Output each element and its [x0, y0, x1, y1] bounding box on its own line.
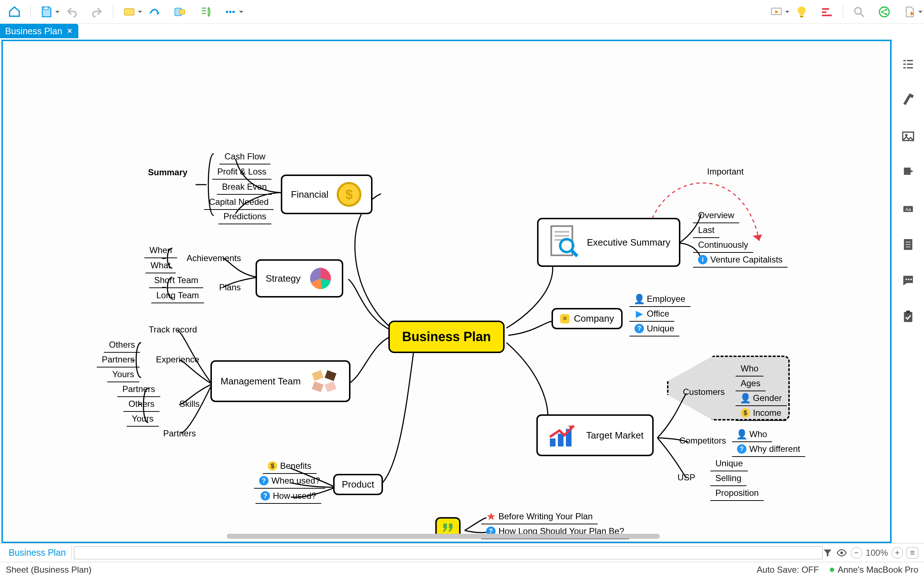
document-tab[interactable]: Business Plan × [0, 24, 78, 38]
group-competitors[interactable]: Competitors [674, 434, 731, 448]
horizontal-scrollbar[interactable] [227, 534, 660, 539]
group-track-record[interactable]: Track record [144, 323, 202, 337]
export-icon[interactable] [902, 5, 917, 19]
filter-icon[interactable] [822, 548, 833, 558]
canvas[interactable]: Business Plan Financial $ Summary Cash F… [2, 40, 892, 543]
leaf-usp-unique[interactable]: Unique [710, 457, 748, 471]
format-icon[interactable] [900, 92, 916, 108]
gantt-icon[interactable] [820, 5, 834, 19]
task-icon[interactable] [900, 309, 916, 324]
comments-icon[interactable] [900, 272, 916, 288]
node-financial[interactable]: Financial $ [281, 174, 373, 214]
leaf-comp-who[interactable]: 👤Who [732, 428, 772, 442]
node-target-market[interactable]: Target Market [536, 414, 654, 456]
group-plans[interactable]: Plans [214, 281, 246, 295]
leaf-mgmt-partners[interactable]: Partners [158, 427, 201, 441]
leaf-usp-proposition[interactable]: Proposition [710, 487, 764, 501]
status-dot-icon [830, 567, 834, 572]
leaf-before-writing[interactable]: ★Before Writing Your Plan [481, 510, 598, 524]
leaf-sk-others[interactable]: Others [123, 397, 160, 412]
leaf-break-even[interactable]: Break Even [217, 180, 272, 195]
leaf-exp-others[interactable]: Others [104, 338, 140, 353]
leaf-benefits[interactable]: $Benefits [263, 459, 317, 474]
group-customers[interactable]: Customers [678, 385, 730, 399]
leaf-when[interactable]: When [144, 244, 177, 258]
visibility-icon[interactable] [836, 548, 847, 558]
relationship-icon[interactable] [147, 5, 162, 19]
image-icon[interactable] [900, 128, 916, 144]
svg-rect-45 [904, 312, 912, 322]
zoom-fit-button[interactable]: ≡ [907, 547, 918, 559]
leaf-sk-partners[interactable]: Partners [117, 383, 160, 397]
undo-icon[interactable] [65, 5, 79, 19]
leaf-who[interactable]: Who [736, 362, 763, 377]
svg-point-47 [840, 551, 843, 554]
leaf-when-used[interactable]: ?When used? [254, 474, 325, 488]
group-skills[interactable]: Skills [174, 397, 205, 411]
node-strategy[interactable]: Strategy [255, 259, 343, 298]
sheet-name-input[interactable] [74, 546, 822, 559]
leaf-capital-needed[interactable]: Capital Needed [204, 195, 274, 210]
document-tab-label: Business Plan [5, 26, 62, 36]
search-icon[interactable] [852, 5, 866, 19]
svg-point-6 [233, 10, 235, 13]
redo-icon[interactable] [90, 5, 104, 19]
boundary-icon[interactable] [173, 5, 187, 19]
group-usp[interactable]: USP [672, 471, 700, 485]
svg-point-4 [226, 10, 228, 13]
leaf-short-team[interactable]: Short Team [149, 274, 203, 288]
leaf-employee[interactable]: 👤Employee [630, 292, 690, 307]
central-topic[interactable]: Business Plan [388, 321, 505, 353]
leaf-gender[interactable]: 👤Gender [736, 392, 787, 406]
leaf-income[interactable]: $Income [736, 406, 787, 421]
marker-icon[interactable] [900, 164, 916, 180]
new-topic-icon[interactable] [122, 5, 136, 19]
notes-icon[interactable] [900, 237, 916, 253]
leaf-continuously[interactable]: Continuously [693, 239, 753, 253]
share-icon[interactable] [877, 5, 892, 19]
leaf-cash-flow[interactable]: Cash Flow [220, 150, 270, 164]
summary-icon[interactable] [198, 5, 212, 19]
zoom-out-button[interactable]: − [851, 547, 862, 559]
leaf-how-used[interactable]: ?How used? [255, 489, 321, 504]
node-product[interactable]: Product [333, 474, 383, 495]
node-management[interactable]: Management Team [210, 360, 351, 402]
leaf-exp-partners[interactable]: Partners [97, 353, 140, 367]
text-icon[interactable]: Aa [900, 200, 916, 216]
leaf-why-diff[interactable]: ?Why different [732, 443, 805, 457]
node-target-market-label: Target Market [586, 430, 643, 441]
node-exec-summary[interactable]: Executive Summary [537, 218, 680, 267]
leaf-exp-yours[interactable]: Yours [107, 368, 139, 382]
leaf-office[interactable]: ▶Office [630, 307, 674, 322]
group-achievements[interactable]: Achievements [181, 252, 246, 266]
node-company[interactable]: ≡ Company [551, 308, 623, 329]
money-icon: $ [268, 461, 277, 471]
zoom-in-button[interactable]: + [892, 547, 903, 559]
leaf-overview[interactable]: Overview [693, 209, 739, 223]
outline-icon[interactable] [900, 56, 916, 72]
sheet-tab[interactable]: Business Plan [3, 545, 72, 561]
leaf-last[interactable]: Last [693, 224, 719, 238]
close-tab-icon[interactable]: × [67, 26, 72, 36]
quote-icon [442, 522, 454, 533]
leaf-ages[interactable]: Ages [736, 377, 766, 391]
brainstorm-icon[interactable] [795, 5, 809, 19]
save-icon[interactable] [39, 5, 54, 19]
node-strategy-label: Strategy [266, 273, 300, 284]
svg-rect-1 [124, 9, 134, 15]
sheet-bar: Business Plan − 100% + ≡ [0, 543, 924, 562]
leaf-profit-loss[interactable]: Profit & Loss [212, 165, 271, 180]
leaf-sk-yours[interactable]: Yours [127, 412, 159, 427]
leaf-long-team[interactable]: Long Team [151, 289, 204, 303]
presentation-icon[interactable] [769, 5, 783, 19]
leaf-usp-selling[interactable]: Selling [710, 472, 746, 486]
growth-chart-icon [546, 421, 579, 450]
group-experience[interactable]: Experience [151, 353, 204, 367]
leaf-vc[interactable]: iVenture Capitalists [693, 253, 788, 268]
leaf-what[interactable]: What [145, 259, 176, 273]
leaf-unique[interactable]: ?Unique [630, 322, 679, 337]
summary-label[interactable]: Summary [143, 166, 192, 180]
more-icon[interactable] [223, 5, 237, 19]
home-icon[interactable] [7, 5, 22, 19]
leaf-predictions[interactable]: Predictions [218, 210, 271, 224]
